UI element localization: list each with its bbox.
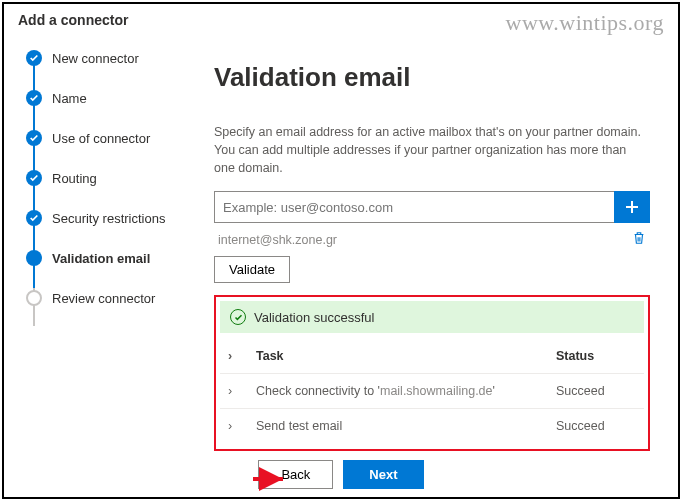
check-icon <box>26 170 42 186</box>
circle-icon <box>26 290 42 306</box>
added-email-row: internet@shk.zone.gr <box>214 229 650 256</box>
step-review-connector[interactable]: Review connector <box>26 290 198 306</box>
step-validation-email[interactable]: Validation email <box>26 250 198 266</box>
step-use-of-connector[interactable]: Use of connector <box>26 130 198 146</box>
plus-icon <box>624 199 640 215</box>
task-header: Task <box>256 349 556 363</box>
step-label: Use of connector <box>52 131 150 146</box>
status-text: Succeed <box>556 419 636 433</box>
success-check-icon <box>230 309 246 325</box>
footer-buttons: Back Next <box>4 460 678 489</box>
task-row: › Send test email Succeed <box>220 409 644 443</box>
check-icon <box>26 90 42 106</box>
task-row: › Check connectivity to 'mail.showmailin… <box>220 374 644 409</box>
bullet-icon <box>26 250 42 266</box>
validate-button[interactable]: Validate <box>214 256 290 283</box>
trash-icon <box>632 231 646 245</box>
chevron-right-icon[interactable]: › <box>228 384 248 398</box>
status-text: Succeed <box>556 384 636 398</box>
step-security-restrictions[interactable]: Security restrictions <box>26 210 198 226</box>
step-label: Security restrictions <box>52 211 165 226</box>
check-icon <box>26 130 42 146</box>
validation-result-box: Validation successful › Task Status › Ch… <box>214 295 650 451</box>
step-label: Review connector <box>52 291 155 306</box>
annotation-arrow-icon <box>251 467 291 491</box>
chevron-right-icon[interactable]: › <box>228 349 248 363</box>
task-text: Send test email <box>256 419 556 433</box>
task-header-row: › Task Status <box>220 339 644 374</box>
step-label: New connector <box>52 51 139 66</box>
next-button[interactable]: Next <box>343 460 423 489</box>
email-input[interactable] <box>214 191 614 223</box>
add-email-button[interactable] <box>614 191 650 223</box>
status-header: Status <box>556 349 636 363</box>
success-banner: Validation successful <box>220 301 644 333</box>
step-label: Name <box>52 91 87 106</box>
step-label: Validation email <box>52 251 150 266</box>
step-routing[interactable]: Routing <box>26 170 198 186</box>
task-text: Check connectivity to 'mail.showmailing.… <box>256 384 556 398</box>
page-title: Validation email <box>214 62 650 93</box>
check-icon <box>26 50 42 66</box>
added-email-text: internet@shk.zone.gr <box>218 233 337 247</box>
wizard-steps: New connector Name Use of connector Rout… <box>4 32 204 462</box>
step-name[interactable]: Name <box>26 90 198 106</box>
delete-email-button[interactable] <box>632 231 646 248</box>
chevron-right-icon[interactable]: › <box>228 419 248 433</box>
step-label: Routing <box>52 171 97 186</box>
step-new-connector[interactable]: New connector <box>26 50 198 66</box>
check-icon <box>26 210 42 226</box>
page-description: Specify an email address for an active m… <box>214 123 650 177</box>
watermark-text: www.wintips.org <box>506 10 664 36</box>
success-text: Validation successful <box>254 310 374 325</box>
